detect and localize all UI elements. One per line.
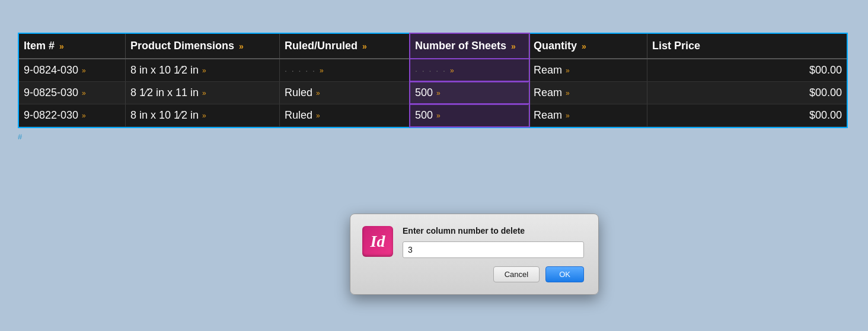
indesign-icon: Id bbox=[362, 226, 393, 257]
cell-arrow-2d: » bbox=[436, 112, 441, 120]
table-header: Item # » Product Dimensions » Ruled/Unru… bbox=[19, 34, 847, 59]
cell-qty-1: Ream » bbox=[529, 82, 647, 104]
cell-arrow-0b: » bbox=[202, 66, 206, 75]
header-dimensions-arrow: » bbox=[239, 42, 244, 51]
cell-price-1: $00.00 bbox=[647, 82, 847, 104]
table-container: Item # » Product Dimensions » Ruled/Unru… bbox=[18, 33, 848, 128]
cell-item-1: 9-0825-030 » bbox=[19, 82, 126, 104]
dialog: Id Enter column number to delete Cancel … bbox=[350, 214, 599, 295]
qty-value-1: Ream bbox=[534, 87, 562, 99]
cell-price-0: $00.00 bbox=[647, 59, 847, 81]
header-sheets: Number of Sheets » bbox=[410, 34, 529, 58]
price-value-1: $00.00 bbox=[809, 87, 842, 99]
cell-item-2: 9-0822-030 » bbox=[19, 104, 126, 126]
header-ruled: Ruled/Unruled » bbox=[280, 34, 410, 58]
sheets-dots-0: · · · · · bbox=[415, 66, 446, 75]
ruled-value-1: Ruled bbox=[285, 87, 312, 99]
header-sheets-label: Number of Sheets bbox=[415, 40, 506, 52]
header-item-arrow: » bbox=[59, 42, 64, 51]
dialog-title: Enter column number to delete bbox=[403, 226, 584, 235]
indesign-logo: Id bbox=[371, 232, 385, 251]
sheets-value-2: 500 bbox=[415, 109, 433, 122]
cell-arrow-2b: » bbox=[202, 112, 206, 120]
row-num-indicator: # bbox=[18, 132, 22, 141]
table-row: 9-0825-030 » 8 1⁄2 in x 11 in » Ruled » … bbox=[19, 82, 847, 104]
cell-arrow-0e: » bbox=[566, 66, 570, 75]
item-value-2: 9-0822-030 bbox=[24, 109, 78, 122]
cell-item-0: 9-0824-030 » bbox=[19, 59, 126, 81]
header-dimensions-label: Product Dimensions bbox=[130, 40, 234, 52]
ruled-value-2: Ruled bbox=[285, 109, 312, 122]
cell-arrow-1e: » bbox=[566, 89, 570, 97]
header-item-label: Item # bbox=[24, 40, 55, 52]
column-number-input[interactable] bbox=[403, 241, 584, 258]
cell-arrow-0c: » bbox=[320, 66, 324, 75]
cell-sheets-2: 500 » bbox=[410, 104, 529, 126]
cancel-button[interactable]: Cancel bbox=[493, 266, 540, 282]
cell-arrow-0d: » bbox=[450, 66, 454, 75]
cell-dim-1: 8 1⁄2 in x 11 in » bbox=[126, 82, 280, 104]
cell-sheets-0: · · · · · » bbox=[410, 59, 529, 81]
cell-arrow-1a: » bbox=[82, 89, 86, 97]
price-value-0: $00.00 bbox=[809, 64, 842, 77]
item-value-1: 9-0825-030 bbox=[24, 87, 78, 99]
cell-arrow-0a: » bbox=[82, 66, 86, 75]
qty-value-0: Ream bbox=[534, 64, 562, 77]
table-row: 9-0824-030 » 8 in x 10 1⁄2 in » · · · · … bbox=[19, 59, 847, 82]
price-value-2: $00.00 bbox=[809, 109, 842, 122]
dialog-content: Id Enter column number to delete Cancel … bbox=[362, 226, 584, 282]
qty-value-2: Ream bbox=[534, 109, 562, 122]
ok-button[interactable]: OK bbox=[545, 266, 584, 282]
cell-sheets-1: 500 » bbox=[410, 82, 529, 104]
header-quantity-label: Quantity bbox=[534, 40, 577, 52]
cell-arrow-1d: » bbox=[436, 89, 441, 97]
header-item: Item # » bbox=[19, 34, 126, 58]
table-row: 9-0822-030 » 8 in x 10 1⁄2 in » Ruled » … bbox=[19, 104, 847, 127]
cell-arrow-2c: » bbox=[316, 112, 320, 120]
dialog-body: Enter column number to delete Cancel OK bbox=[403, 226, 584, 282]
cell-ruled-2: Ruled » bbox=[280, 104, 410, 126]
header-price-label: List Price bbox=[652, 40, 700, 52]
cell-arrow-2a: » bbox=[82, 112, 86, 120]
dim-value-2: 8 in x 10 1⁄2 in bbox=[130, 109, 199, 122]
header-ruled-arrow: » bbox=[362, 42, 367, 51]
ruled-dots-0: · · · · · bbox=[285, 66, 316, 75]
header-dimensions: Product Dimensions » bbox=[126, 34, 280, 58]
table-wrapper: Item # » Product Dimensions » Ruled/Unru… bbox=[18, 33, 848, 128]
cell-dim-2: 8 in x 10 1⁄2 in » bbox=[126, 104, 280, 126]
item-value-0: 9-0824-030 bbox=[24, 64, 78, 77]
header-ruled-label: Ruled/Unruled bbox=[285, 40, 358, 52]
cell-arrow-1b: » bbox=[202, 89, 206, 97]
dim-value-1: 8 1⁄2 in x 11 in bbox=[130, 87, 199, 99]
dim-value-0: 8 in x 10 1⁄2 in bbox=[130, 64, 199, 77]
cell-arrow-2e: » bbox=[566, 112, 570, 120]
sheets-value-1: 500 bbox=[415, 87, 433, 99]
cell-price-2: $00.00 bbox=[647, 104, 847, 126]
header-quantity: Quantity » bbox=[529, 34, 647, 58]
cell-arrow-1c: » bbox=[316, 89, 320, 97]
cell-dim-0: 8 in x 10 1⁄2 in » bbox=[126, 59, 280, 81]
header-quantity-arrow: » bbox=[582, 42, 586, 51]
header-price: List Price bbox=[647, 34, 847, 58]
cell-qty-2: Ream » bbox=[529, 104, 647, 126]
cell-ruled-0: · · · · · » bbox=[280, 59, 410, 81]
cell-ruled-1: Ruled » bbox=[280, 82, 410, 104]
header-sheets-arrow: » bbox=[511, 42, 516, 51]
dialog-buttons: Cancel OK bbox=[403, 266, 584, 282]
cell-qty-0: Ream » bbox=[529, 59, 647, 81]
